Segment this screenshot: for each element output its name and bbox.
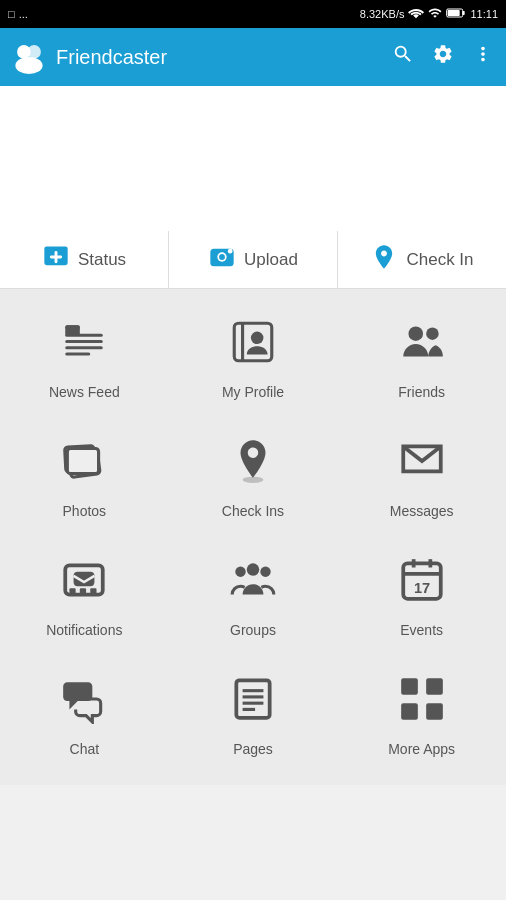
chat-icon (59, 674, 109, 731)
messages-icon (397, 436, 447, 493)
photos-icon (59, 436, 109, 493)
grid-item-pages[interactable]: Pages (169, 656, 338, 775)
svg-rect-15 (66, 352, 91, 355)
news-feed-label: News Feed (49, 384, 120, 400)
status-label: Status (78, 250, 126, 270)
status-bar-dots: ... (19, 8, 28, 20)
svg-rect-16 (66, 325, 81, 335)
my-profile-icon (228, 317, 278, 374)
action-bar: Status Upload Check In (0, 231, 506, 289)
grid-menu: News Feed My Profile Friends (0, 289, 506, 785)
svg-point-31 (247, 563, 260, 576)
status-bar-time: 11:11 (470, 8, 498, 20)
groups-icon (228, 555, 278, 612)
svg-rect-29 (91, 588, 97, 593)
events-icon: 17 (397, 555, 447, 612)
grid-item-friends[interactable]: Friends (337, 299, 506, 418)
grid-item-groups[interactable]: Groups (169, 537, 338, 656)
svg-point-9 (219, 254, 225, 260)
svg-point-30 (235, 566, 245, 576)
status-bar-app-icon: □ (8, 8, 15, 20)
check-ins-label: Check Ins (222, 503, 284, 519)
svg-point-5 (15, 57, 42, 74)
grid-item-more-apps[interactable]: More Apps (337, 656, 506, 775)
status-bar-network: 8.32KB/s (360, 8, 405, 20)
settings-icon[interactable] (432, 43, 454, 71)
more-options-icon[interactable] (472, 43, 494, 71)
app-logo-icon (12, 40, 46, 74)
toolbar: Friendcaster (0, 28, 506, 86)
svg-rect-43 (401, 678, 418, 695)
check-ins-icon (228, 436, 278, 493)
grid-item-chat[interactable]: Chat (0, 656, 169, 775)
photos-label: Photos (63, 503, 107, 519)
checkin-icon (370, 243, 398, 276)
status-button[interactable]: Status (0, 231, 169, 288)
friends-label: Friends (398, 384, 445, 400)
status-icon (42, 243, 70, 276)
messages-label: Messages (390, 503, 454, 519)
svg-rect-14 (66, 346, 104, 349)
more-apps-label: More Apps (388, 741, 455, 757)
notifications-icon (59, 555, 109, 612)
notifications-label: Notifications (46, 622, 122, 638)
svg-point-10 (228, 249, 233, 254)
svg-rect-1 (463, 11, 465, 15)
status-bar: □ ... 8.32KB/s 11:11 (0, 0, 506, 28)
signal-icon (428, 6, 442, 22)
svg-rect-27 (70, 588, 76, 593)
events-label: Events (400, 622, 443, 638)
svg-point-32 (260, 566, 270, 576)
grid-item-my-profile[interactable]: My Profile (169, 299, 338, 418)
pages-icon (228, 674, 278, 731)
svg-point-25 (243, 477, 264, 483)
wifi-icon (408, 6, 424, 22)
svg-text:17: 17 (414, 580, 430, 596)
chat-label: Chat (70, 741, 100, 757)
news-feed-icon (59, 317, 109, 374)
friends-icon (397, 317, 447, 374)
checkin-button[interactable]: Check In (338, 231, 506, 288)
toolbar-actions (392, 43, 494, 71)
toolbar-logo: Friendcaster (12, 40, 382, 74)
svg-rect-28 (80, 588, 86, 593)
search-icon[interactable] (392, 43, 414, 71)
svg-rect-24 (68, 449, 99, 474)
grid-item-notifications[interactable]: Notifications (0, 537, 169, 656)
pages-label: Pages (233, 741, 273, 757)
more-apps-icon (397, 674, 447, 731)
grid-item-news-feed[interactable]: News Feed (0, 299, 169, 418)
svg-point-20 (408, 326, 423, 341)
svg-rect-46 (426, 703, 443, 720)
svg-point-19 (251, 332, 263, 345)
upload-label: Upload (244, 250, 298, 270)
content-area (0, 86, 506, 231)
groups-label: Groups (230, 622, 276, 638)
upload-button[interactable]: Upload (169, 231, 338, 288)
grid-item-photos[interactable]: Photos (0, 418, 169, 537)
app-title: Friendcaster (56, 46, 167, 69)
grid-item-events[interactable]: 17 Events (337, 537, 506, 656)
battery-icon (446, 6, 466, 22)
my-profile-label: My Profile (222, 384, 284, 400)
svg-rect-44 (426, 678, 443, 695)
svg-rect-13 (66, 340, 104, 343)
svg-point-4 (27, 45, 41, 59)
upload-icon (208, 243, 236, 276)
svg-rect-2 (448, 10, 460, 16)
svg-rect-38 (236, 680, 269, 718)
grid-item-check-ins[interactable]: Check Ins (169, 418, 338, 537)
checkin-label: Check In (406, 250, 473, 270)
svg-point-21 (426, 327, 439, 340)
svg-rect-45 (401, 703, 418, 720)
grid-item-messages[interactable]: Messages (337, 418, 506, 537)
